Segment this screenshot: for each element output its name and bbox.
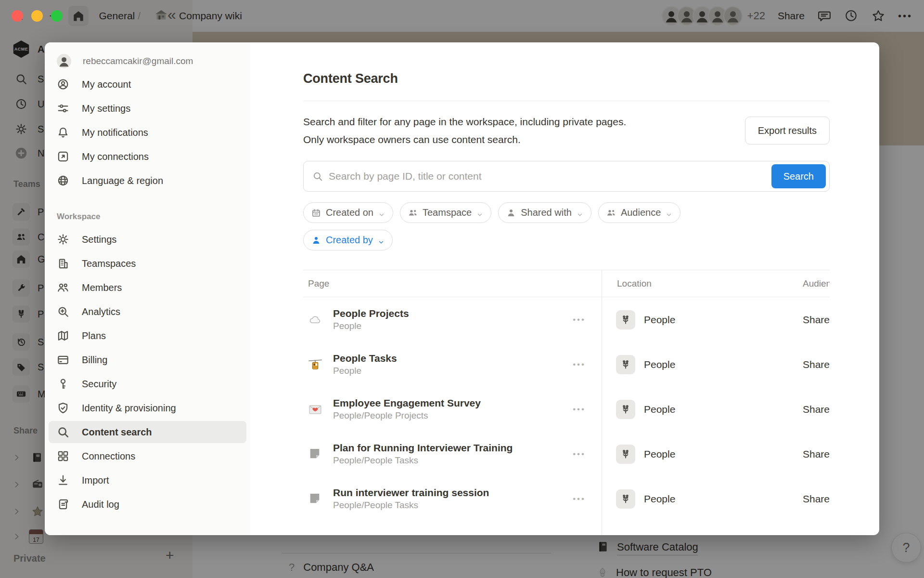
page-path: People — [333, 321, 409, 331]
nav-item-security[interactable]: Security — [49, 373, 246, 395]
settings-modal: rebeccamcakir@gmail.com My account My se… — [45, 42, 879, 535]
table-row[interactable]: Run interviewer training sessionPeople/P… — [303, 476, 830, 521]
traffic-lights — [12, 10, 63, 22]
audience-value: Share — [796, 359, 830, 370]
content-search-bar: Search — [303, 161, 830, 192]
search-button[interactable]: Search — [771, 164, 826, 188]
description-text: Search and filter for any page in the wo… — [303, 113, 727, 148]
filter-shared-with[interactable]: Shared with — [498, 202, 591, 223]
column-header-audience: Audience — [796, 278, 830, 289]
person-circle-icon — [57, 78, 69, 91]
page-path: People/People Tasks — [333, 455, 513, 466]
chevron-down-icon — [378, 210, 385, 216]
nav-item-import[interactable]: Import — [49, 469, 246, 491]
notion-window: « ACME A S U S N Teams P C — [0, 0, 924, 578]
search-icon — [312, 171, 323, 182]
results-table: Page Location Audience People ProjectsPe… — [303, 270, 830, 521]
export-results-button[interactable]: Export results — [745, 117, 830, 144]
search-icon — [57, 426, 69, 438]
nav-item-billing[interactable]: Billing — [49, 349, 246, 371]
page-title[interactable]: Employee Engagement Survey — [333, 397, 481, 409]
row-more-icon[interactable]: ••• — [573, 449, 586, 459]
gray-page-icon — [308, 447, 322, 461]
calendar-icon — [311, 208, 321, 218]
location-value: People — [644, 359, 675, 370]
nav-item-audit-log[interactable]: Audit log — [49, 493, 246, 515]
chevron-down-icon — [577, 210, 583, 216]
bell-icon — [57, 126, 69, 139]
nav-item-plans[interactable]: Plans — [49, 325, 246, 347]
teamspace-flower-icon — [616, 355, 635, 374]
map-icon — [57, 329, 69, 342]
column-header-location: Location — [602, 278, 796, 289]
page-path: People — [333, 366, 397, 376]
filter-teamspace[interactable]: Teamspace — [400, 202, 491, 223]
cable-car-emoji-icon — [308, 357, 322, 372]
filter-created-by[interactable]: Created by — [303, 230, 393, 250]
nav-item-my-notifications[interactable]: My notifications — [49, 121, 246, 144]
audience-value: Share — [796, 448, 830, 460]
gray-page-icon — [308, 492, 322, 506]
teamspace-flower-icon — [616, 400, 635, 419]
page-path: People/People Projects — [333, 410, 481, 421]
nav-item-connections[interactable]: Connections — [49, 445, 246, 467]
table-row[interactable]: People ProjectsPeople ••• People Share — [303, 297, 830, 342]
zoom-window-button[interactable] — [51, 10, 63, 22]
table-row[interactable]: People TasksPeople ••• People Share — [303, 342, 830, 387]
filter-chips-row: Created on Teamspace Shared with Audienc… — [303, 202, 830, 223]
workspace-section-label: Workspace — [57, 212, 250, 222]
people-icon — [408, 208, 418, 218]
row-more-icon[interactable]: ••• — [573, 360, 586, 369]
nav-item-analytics[interactable]: Analytics — [49, 301, 246, 323]
account-avatar — [57, 54, 71, 68]
settings-nav: rebeccamcakir@gmail.com My account My se… — [45, 42, 250, 535]
row-more-icon[interactable]: ••• — [573, 494, 586, 504]
love-letter-emoji-icon — [308, 402, 322, 417]
content-search-panel: Content Search Search and filter for any… — [250, 42, 879, 535]
audit-scroll-icon — [57, 498, 69, 511]
close-window-button[interactable] — [12, 10, 23, 22]
filter-created-on[interactable]: Created on — [303, 202, 393, 223]
grid-icon — [57, 450, 69, 462]
search-input[interactable] — [329, 171, 766, 182]
page-path: People/People Tasks — [333, 500, 489, 511]
account-header: rebeccamcakir@gmail.com — [45, 49, 250, 73]
nav-item-members[interactable]: Members — [49, 276, 246, 299]
nav-item-my-settings[interactable]: My settings — [49, 97, 246, 119]
row-more-icon[interactable]: ••• — [573, 315, 586, 325]
key-icon — [57, 378, 69, 390]
person-icon — [506, 208, 516, 218]
nav-item-language-region[interactable]: Language & region — [49, 170, 246, 192]
building-icon — [57, 257, 69, 270]
chevron-down-icon — [666, 210, 672, 216]
teamspace-flower-icon — [616, 445, 635, 464]
table-row[interactable]: Employee Engagement SurveyPeople/People … — [303, 387, 830, 432]
filter-audience[interactable]: Audience — [598, 202, 680, 223]
nav-item-content-search[interactable]: Content search — [49, 421, 246, 443]
filter-chips-row2: Created by — [303, 230, 830, 250]
nav-item-identity-provisioning[interactable]: Identity & provisioning — [49, 397, 246, 419]
table-header: Page Location Audience — [303, 270, 830, 297]
column-header-page: Page — [303, 278, 602, 289]
page-title[interactable]: People Projects — [333, 308, 409, 319]
import-arrow-icon — [57, 474, 69, 486]
column-separator — [602, 270, 602, 535]
nav-item-my-connections[interactable]: My connections — [49, 145, 246, 168]
title-divider — [303, 101, 830, 101]
analytics-icon — [57, 305, 69, 318]
row-more-icon[interactable]: ••• — [573, 405, 586, 414]
minimize-window-button[interactable] — [31, 10, 43, 22]
page-title[interactable]: People Tasks — [333, 353, 397, 364]
person-icon — [311, 236, 321, 245]
page-title[interactable]: Run interviewer training session — [333, 487, 489, 499]
globe-icon — [57, 174, 69, 187]
table-row[interactable]: Plan for Running Interviewer TrainingPeo… — [303, 432, 830, 476]
shield-check-icon — [57, 402, 69, 414]
people-icon — [606, 208, 616, 218]
nav-item-my-account[interactable]: My account — [49, 73, 246, 95]
page-title[interactable]: Plan for Running Interviewer Training — [333, 442, 513, 454]
nav-item-settings[interactable]: Settings — [49, 228, 246, 250]
nav-item-teamspaces[interactable]: Teamspaces — [49, 252, 246, 275]
chevron-down-icon — [378, 237, 385, 244]
location-value: People — [644, 314, 675, 326]
